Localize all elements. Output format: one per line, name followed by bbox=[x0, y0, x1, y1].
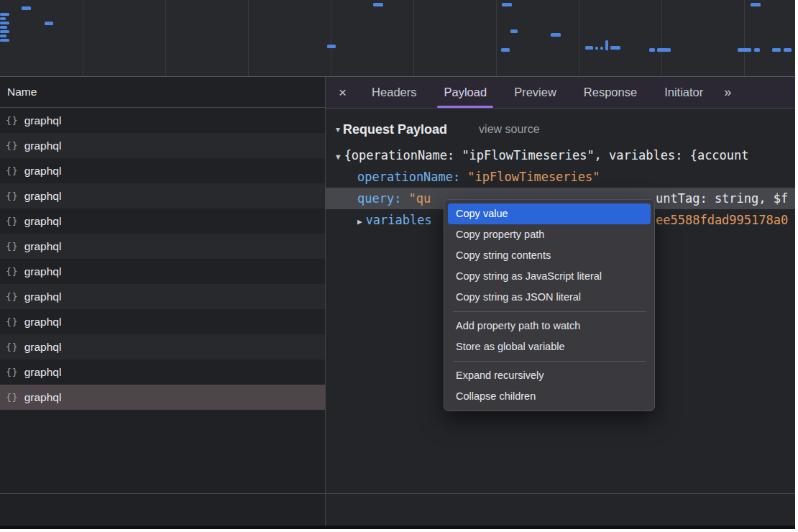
overview-gridline bbox=[413, 0, 414, 76]
network-activity-bar bbox=[502, 3, 512, 6]
network-request-row[interactable]: {}graphql bbox=[0, 385, 325, 410]
network-activity-bar bbox=[551, 33, 561, 37]
network-request-row[interactable]: {}graphql bbox=[0, 208, 325, 234]
menu-item-copy-string-contents[interactable]: Copy string contents bbox=[448, 245, 651, 266]
network-request-row[interactable]: {}graphql bbox=[0, 259, 325, 284]
network-request-row[interactable]: {}graphql bbox=[0, 334, 325, 359]
menu-item-copy-value[interactable]: Copy value bbox=[448, 203, 651, 224]
overview-gridline bbox=[579, 0, 579, 76]
network-request-row[interactable]: {}graphql bbox=[0, 284, 325, 309]
network-activity-bar bbox=[0, 39, 9, 42]
menu-separator bbox=[453, 311, 646, 312]
network-activity-bar bbox=[0, 30, 9, 33]
request-name-label: graphql bbox=[24, 165, 62, 178]
section-collapse-triangle-icon[interactable]: ▾ bbox=[336, 124, 340, 134]
payload-row-operationname[interactable]: operationName:"ipFlowTimeseries" bbox=[326, 166, 795, 188]
menu-item-copy-string-as-javascript-literal[interactable]: Copy string as JavaScript literal bbox=[448, 266, 651, 287]
overview-gridline bbox=[496, 0, 497, 76]
menu-item-expand-recursively[interactable]: Expand recursively bbox=[448, 365, 651, 386]
json-braces-icon: {} bbox=[6, 216, 19, 226]
property-value: "ipFlowTimeseries" bbox=[467, 170, 600, 184]
menu-item-collapse-children[interactable]: Collapse children bbox=[448, 386, 651, 407]
root-preview-text: {operationName: "ipFlowTimeseries", vari… bbox=[344, 148, 749, 162]
network-request-row[interactable]: {}graphql bbox=[0, 108, 325, 133]
network-request-row[interactable]: {}graphql bbox=[0, 133, 325, 158]
network-activity-bar bbox=[327, 45, 336, 48]
json-braces-icon: {} bbox=[6, 341, 19, 352]
property-key: operationName: bbox=[357, 170, 460, 184]
request-name-label: graphql bbox=[24, 190, 62, 203]
network-request-row[interactable]: {}graphql bbox=[0, 158, 325, 183]
payload-root-row[interactable]: ▼{operationName: "ipFlowTimeseries", var… bbox=[326, 145, 795, 166]
overview-gridline bbox=[331, 0, 331, 76]
request-name-label: graphql bbox=[24, 316, 62, 329]
devtools-window: Name {}graphql{}graphql{}graphql{}graphq… bbox=[0, 0, 795, 529]
network-activity-bar bbox=[595, 47, 598, 50]
network-request-row[interactable]: {}graphql bbox=[0, 309, 325, 334]
name-column-label: Name bbox=[7, 86, 37, 98]
property-key: query: bbox=[357, 191, 401, 206]
overview-gridline bbox=[248, 0, 249, 76]
json-braces-icon: {} bbox=[6, 316, 19, 327]
request-name-label: graphql bbox=[24, 114, 62, 127]
menu-item-store-as-global-variable[interactable]: Store as global variable bbox=[448, 336, 651, 357]
footer-divider bbox=[0, 493, 795, 494]
network-activity-bar bbox=[0, 26, 7, 29]
network-activity-bar bbox=[0, 13, 9, 16]
more-tabs-icon[interactable]: » bbox=[724, 85, 731, 100]
json-braces-icon: {} bbox=[6, 241, 19, 252]
tab-initiator[interactable]: Initiator bbox=[651, 77, 717, 108]
tab-preview[interactable]: Preview bbox=[500, 77, 570, 108]
overview-gridline bbox=[83, 0, 83, 76]
request-name-label: graphql bbox=[24, 341, 62, 354]
network-activity-bar bbox=[501, 48, 510, 52]
json-braces-icon: {} bbox=[6, 191, 19, 201]
overview-gridline bbox=[165, 0, 166, 76]
json-braces-icon: {} bbox=[6, 291, 19, 302]
network-request-row[interactable]: {}graphql bbox=[0, 183, 325, 208]
request-name-label: graphql bbox=[24, 240, 62, 253]
network-request-row[interactable]: {}graphql bbox=[0, 234, 325, 259]
network-activity-bar bbox=[610, 46, 620, 50]
inspector-tab-bar: × HeadersPayloadPreviewResponseInitiator… bbox=[326, 77, 795, 109]
close-icon[interactable]: × bbox=[339, 86, 347, 99]
json-braces-icon: {} bbox=[6, 140, 19, 151]
property-value-left-fragment: "qu bbox=[408, 191, 431, 206]
menu-item-copy-string-as-json-literal[interactable]: Copy string as JSON literal bbox=[448, 287, 651, 308]
tab-headers[interactable]: Headers bbox=[358, 77, 430, 108]
window-bottom-edge bbox=[0, 526, 795, 529]
menu-separator bbox=[453, 361, 646, 362]
context-menu: Copy valueCopy property pathCopy string … bbox=[444, 199, 655, 411]
network-activity-bar bbox=[585, 46, 593, 50]
request-name-label: graphql bbox=[24, 391, 62, 404]
request-name-label: graphql bbox=[24, 265, 62, 278]
network-activity-bar bbox=[772, 48, 781, 52]
network-activity-bar bbox=[751, 3, 761, 6]
menu-item-add-property-path-to-watch[interactable]: Add property path to watch bbox=[448, 316, 651, 336]
request-name-label: graphql bbox=[24, 366, 62, 379]
tab-payload[interactable]: Payload bbox=[430, 77, 500, 108]
menu-item-copy-property-path[interactable]: Copy property path bbox=[448, 224, 651, 245]
collapsed-triangle-icon[interactable]: ▶ bbox=[357, 217, 362, 226]
expanded-triangle-icon[interactable]: ▼ bbox=[336, 152, 341, 162]
network-activity-bar bbox=[600, 47, 603, 50]
network-request-list: {}graphql{}graphql{}graphql{}graphql{}gr… bbox=[0, 108, 325, 410]
tab-response[interactable]: Response bbox=[570, 77, 651, 108]
network-activity-bar bbox=[45, 22, 53, 25]
network-activity-bar bbox=[649, 48, 655, 52]
network-request-row[interactable]: {}graphql bbox=[0, 359, 325, 385]
request-payload-section-header: ▾ Request Payload view source bbox=[326, 119, 795, 140]
json-braces-icon: {} bbox=[6, 367, 19, 377]
name-column-header[interactable]: Name bbox=[0, 77, 325, 108]
network-activity-bar bbox=[510, 29, 518, 33]
network-request-list-panel: Name {}graphql{}graphql{}graphql{}graphq… bbox=[0, 77, 326, 529]
view-source-link[interactable]: view source bbox=[479, 123, 539, 136]
network-activity-bar bbox=[738, 48, 751, 52]
network-activity-bar bbox=[0, 17, 6, 20]
request-name-label: graphql bbox=[24, 139, 62, 152]
request-name-label: graphql bbox=[24, 290, 62, 303]
network-overview-timeline[interactable] bbox=[0, 0, 795, 77]
request-name-label: graphql bbox=[24, 215, 62, 228]
network-activity-bar bbox=[0, 22, 9, 24]
json-braces-icon: {} bbox=[6, 266, 19, 277]
